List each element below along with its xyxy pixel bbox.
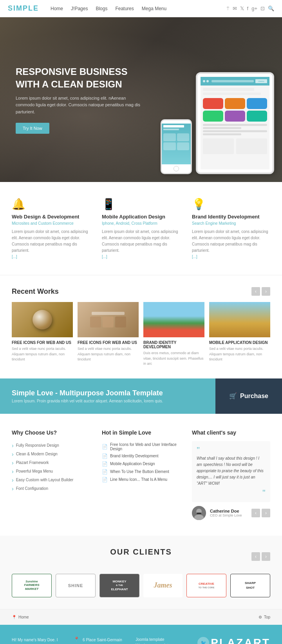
plazart-bird-icon: 🐦 [197,637,209,644]
list-item: Plazart Framework [12,458,90,467]
search-icon[interactable]: 🔍 [268,5,274,11]
feature-3: 💡 Brand Identity Development Search Engi… [192,198,270,259]
next-arrow[interactable]: › [262,287,270,296]
feature-2: 📱 Mobile Application Design Iphone, Andr… [102,198,180,259]
list-item[interactable]: 📄Free Icons for Web and User Interface D… [102,441,180,452]
author-info: Catherine Doe CEO at Simple Love [210,509,242,517]
email-icon[interactable]: ✉ [233,5,237,11]
nav-home[interactable]: Home [51,6,63,11]
list-item[interactable]: 📄Brand Identity Development [102,452,180,460]
nav-jpages[interactable]: J!Pages [71,6,88,11]
hero-cta-button[interactable]: Try It Now [16,123,49,134]
feature-2-text: Lorem ipsum dolor sit amet, cons adipisc… [102,229,180,254]
feature-1-more[interactable]: [...] [12,255,17,259]
client-logo-5: CREATIVE TO THE CORE [186,574,226,597]
footer-address-item: 📍 6 Place Saint-Germain des Pres75006 Pa… [74,637,124,644]
works-grid: FREE ICONS FOR WEB AND US Sed a velit vi… [12,302,270,367]
footer-link-1[interactable]: Joomla template [136,637,186,642]
footer-plazart-text: PLAZART [211,637,270,644]
feature-2-more[interactable]: [...] [102,255,107,259]
clients-next[interactable]: › [262,552,270,561]
testimonial-title: What client's say [192,429,270,436]
footer-home-link[interactable]: 📍 Home [12,615,29,619]
why-choose-list: Fully Responsive Design Clean & Modern D… [12,441,90,493]
mobile-icon: 📱 [102,198,180,211]
feature-1-subtitle: Microsites and Custom Ecommerce [12,221,90,226]
work-img-2[interactable] [78,302,139,337]
purchase-button[interactable]: 🛒 Purchase [215,378,282,414]
work-img-1[interactable] [12,302,73,337]
twitter-icon[interactable]: 𝕏 [240,5,244,11]
quote-text: What shall I say about this design ! I a… [197,455,266,487]
footer-top-link[interactable]: ⚙ Top [258,615,270,619]
clients-nav: ‹ › [251,552,270,561]
doc-icon: 📄 [102,453,108,459]
testimonial-prev[interactable]: ‹ [251,509,260,517]
work-text-3: Duis eros metus, commodo at diam vitae, … [143,351,204,367]
feature-3-text: Lorem ipsum dolor sit amet, cons adipisc… [192,229,270,254]
hero-devices: menu [161,72,274,174]
work-title-3: BRAND IDENTITY DEVELOPMEN [143,340,204,349]
client-logo-4: James [143,574,183,597]
google-plus-icon[interactable]: g+ [251,5,257,11]
client-logo-2: SHINE [56,574,96,597]
footer-link-2[interactable]: Wordpress template [136,642,186,644]
testimonial-author: Catherine Doe CEO at Simple Love ‹ › [192,506,270,520]
work-title-2: FREE ICONS FOR WEB AND US [78,340,139,345]
nav-blogs[interactable]: Blogs [96,6,107,11]
footer-address-text: 6 Place Saint-Germain des Pres75006 Pari… [83,637,124,644]
feature-1-text: Lorem ipsum dolor sit amet, cons adipisc… [12,229,90,254]
brand-logo[interactable]: SIMPLE [8,4,39,13]
nav-mega-menu[interactable]: Mega Menu [142,6,166,11]
work-img-3[interactable] [143,302,204,337]
work-item-1: FREE ICONS FOR WEB AND US Sed a velit vi… [12,302,73,367]
clients-section: OUR CLIENTS ‹ › Sunshine FARMERS MARKET … [0,536,282,609]
list-item: Clean & Modern Design [12,450,90,458]
brand-s: S [8,4,13,12]
author-avatar [192,506,206,520]
feature-1-title: Web Design & Development [12,214,90,220]
camera-icon[interactable]: ⊡ [260,5,265,11]
cta-section: Simple Love - Multipurpose Joomla Templa… [0,378,282,414]
doc-icon: 📄 [102,444,108,449]
list-item: Fully Responsive Design [12,441,90,450]
testimonial-next[interactable]: › [262,509,270,517]
doc-icon: 📄 [102,469,108,475]
hot-in-title: Hot in Simple Love [102,429,180,436]
hero-content: RESPONSIVE BUSINESS WITH A CLEAN DESIGN … [16,65,141,133]
list-item[interactable]: 📄Mobile Application Design [102,460,180,468]
work-title-1: FREE ICONS FOR WEB AND US [12,340,73,345]
client-logo-6: SHARP SHOT [230,574,270,597]
list-item[interactable]: 📄Line Menu Icon... That Is A Menu [102,476,180,484]
list-item[interactable]: 📄When To Use The Button Element [102,468,180,476]
footer-links-list: Joomla template Wordpress template Tutor… [136,637,186,644]
work-text-1: Sed a velit vitae nunc porta iaculis. Al… [12,346,73,362]
footer-top-text: Top [264,615,270,619]
hot-in-col: Hot in Simple Love 📄Free Icons for Web a… [102,429,180,520]
cta-headline: Simple Love - Multipurpose Joomla Templa… [12,389,204,397]
bulb-icon: 💡 [192,198,270,211]
why-choose-col: Why Choose Us? Fully Responsive Design C… [12,429,90,520]
why-choose-title: Why Choose Us? [12,429,90,436]
rss-icon[interactable]: ⍑ [226,5,230,11]
footer-about: Hi! My name's Mary Doe. I am a creative … [12,637,62,644]
facebook-icon[interactable]: f [247,5,249,11]
list-item: Easy Custom with Layout Builder [12,476,90,484]
work-img-4[interactable] [209,302,270,337]
quote-close: " [197,488,266,497]
feature-2-title: Mobile Application Design [102,214,180,220]
feature-1: 🔔 Web Design & Development Microsites an… [12,198,90,259]
quote-open: " [197,446,266,454]
phone-screen [162,124,191,164]
prev-arrow[interactable]: ‹ [251,287,260,296]
author-role: CEO at Simple Love [210,513,242,517]
footer-home-text: Home [18,615,29,619]
feature-3-title: Brand Identity Development [192,214,270,220]
list-item: Font Configuration [12,484,90,493]
feature-3-more[interactable]: [...] [192,255,197,259]
three-cols-section: Why Choose Us? Fully Responsive Design C… [0,414,282,536]
cart-icon: 🛒 [229,392,237,400]
clients-prev[interactable]: ‹ [251,552,260,561]
nav-features[interactable]: Features [115,6,134,11]
doc-icon: 📄 [102,477,108,482]
